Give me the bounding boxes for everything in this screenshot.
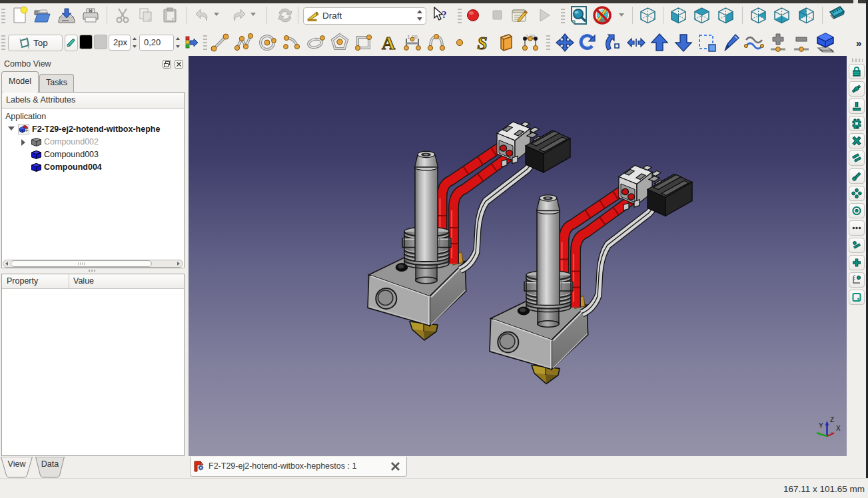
svg-text:Data: Data — [41, 459, 59, 469]
svg-text:S: S — [477, 33, 487, 53]
svg-text:A: A — [382, 33, 396, 53]
svg-text:Y: Y — [819, 422, 823, 429]
svg-text:Z: Z — [830, 416, 834, 423]
svg-text:View: View — [8, 459, 27, 469]
svg-text:X: X — [836, 425, 841, 432]
svg-text:?: ? — [442, 9, 447, 20]
